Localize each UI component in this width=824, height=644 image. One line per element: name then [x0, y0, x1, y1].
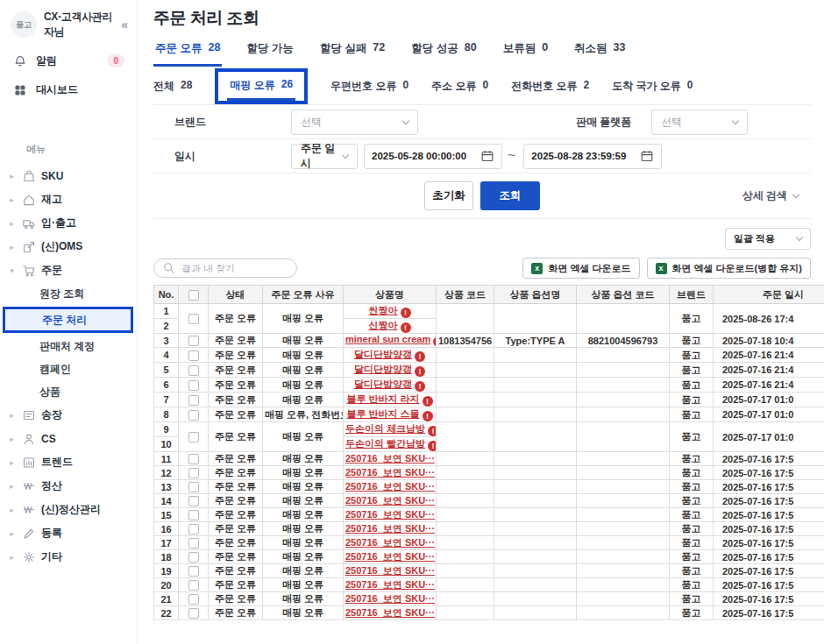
- sidebar-item-stock[interactable]: ▸재고: [0, 188, 137, 211]
- alert-icon[interactable]: !: [401, 308, 411, 318]
- sidebar-subitem-ledger-search[interactable]: 원장 조회: [0, 282, 137, 305]
- tab-held[interactable]: 보류됨0: [501, 41, 550, 64]
- row-checkbox[interactable]: [188, 524, 199, 534]
- tab-order-error[interactable]: 주문 오류28: [153, 41, 222, 67]
- product-link[interactable]: 250716_보연 SKU···: [345, 579, 435, 590]
- tab-assign-fail[interactable]: 할당 실패72: [318, 41, 387, 64]
- sidebar-item-register[interactable]: ▸등록: [0, 521, 137, 545]
- sidebar-item-dashboard[interactable]: 대시보드: [0, 75, 137, 104]
- tab-canceled[interactable]: 취소됨33: [572, 41, 627, 64]
- alert-icon[interactable]: !: [428, 426, 436, 436]
- alert-icon[interactable]: !: [415, 351, 425, 362]
- sidebar-subitem-order-processing[interactable]: 주문 처리: [3, 307, 133, 333]
- excel-download-merge-button[interactable]: x 화면 엑셀 다운로드(병합 유지): [647, 258, 812, 279]
- product-link[interactable]: 250716_보연 SKU···: [345, 607, 435, 618]
- product-link[interactable]: 250716_보연 SKU···: [345, 551, 435, 562]
- subtab-address-error[interactable]: 주소 오류0: [431, 79, 488, 94]
- row-checkbox[interactable]: [188, 314, 199, 324]
- sidebar-item-trend[interactable]: ▸트렌드: [0, 450, 137, 474]
- subtab-country-error[interactable]: 도착 국가 오류0: [612, 79, 693, 94]
- row-checkbox[interactable]: [188, 580, 199, 591]
- order-date-cell: 2025-07-16 17:5: [714, 536, 824, 550]
- sidebar-item-orders[interactable]: ▾주문: [0, 258, 137, 282]
- sidebar-item-invoice[interactable]: ▸송장: [0, 403, 137, 427]
- row-checkbox[interactable]: [188, 395, 199, 406]
- product-link[interactable]: 250716_보연 SKU···: [345, 537, 435, 548]
- row-checkbox[interactable]: [188, 482, 199, 492]
- chevron-right-icon: ▸: [8, 529, 16, 538]
- product-link[interactable]: 250716_보연 SKU···: [345, 495, 435, 506]
- sidebar-item-new-oms[interactable]: ▸(신)OMS: [0, 235, 137, 258]
- sidebar-subitem-campaign[interactable]: 캠페인: [0, 357, 137, 380]
- row-checkbox[interactable]: [188, 410, 199, 421]
- row-checkbox[interactable]: [188, 365, 199, 376]
- alert-icon[interactable]: !: [423, 411, 433, 421]
- excel-download-button[interactable]: x 화면 엑셀 다운로드: [522, 258, 639, 279]
- sidebar-subitem-seller-accounts[interactable]: 판매처 계정: [0, 335, 137, 357]
- sidebar-item-cs[interactable]: ▸CS: [0, 427, 137, 450]
- row-checkbox[interactable]: [188, 538, 199, 548]
- alert-icon[interactable]: !: [415, 381, 425, 392]
- platform-select[interactable]: 선택: [651, 110, 748, 135]
- product-link[interactable]: 씬짱아: [369, 305, 398, 315]
- date-to-input[interactable]: 2025-08-28 23:59:59: [523, 144, 662, 169]
- reset-button[interactable]: 초기화: [424, 181, 473, 210]
- select-all-checkbox[interactable]: [188, 290, 199, 301]
- product-link[interactable]: 250716_보연 SKU···: [345, 565, 435, 576]
- product-link[interactable]: 달디단밤양갱: [354, 364, 412, 374]
- date-from-input[interactable]: 2025-05-28 00:00:00: [364, 144, 502, 169]
- row-checkbox[interactable]: [188, 552, 199, 563]
- sidebar-item-notifications[interactable]: 알림 0: [0, 46, 137, 75]
- alert-icon[interactable]: !: [401, 322, 411, 333]
- advanced-search-toggle[interactable]: 상세 검색: [742, 188, 799, 203]
- product-link[interactable]: 달디단밤양갱: [354, 349, 412, 359]
- sidebar-item-in-out[interactable]: ▸입·출고: [0, 211, 137, 235]
- product-link[interactable]: 250716_보연 SKU···: [345, 523, 435, 534]
- column-header: 상태: [209, 286, 263, 304]
- sidebar-item-sku[interactable]: ▸SKU: [0, 164, 137, 188]
- brand-select[interactable]: 선택: [291, 110, 418, 135]
- row-checkbox[interactable]: [188, 608, 199, 619]
- subtab-mapping-error[interactable]: 매핑 오류26: [227, 78, 295, 101]
- row-checkbox[interactable]: [188, 454, 199, 464]
- product-link[interactable]: 두손이의 빨간남방: [345, 438, 425, 449]
- product-link[interactable]: 250716_보연 SKU···: [345, 481, 435, 492]
- product-link[interactable]: 달디단밤양갱: [354, 379, 412, 389]
- search-input[interactable]: [181, 263, 288, 273]
- product-link[interactable]: 블루 반바지 스몰: [346, 408, 419, 419]
- row-checkbox[interactable]: [188, 432, 199, 442]
- row-checkbox[interactable]: [188, 380, 199, 391]
- sidebar-item-new-settlement[interactable]: ▸(신)정산관리: [0, 498, 137, 521]
- product-link[interactable]: 신짱아: [369, 320, 398, 330]
- row-checkbox[interactable]: [188, 496, 199, 506]
- sidebar-item-settlement[interactable]: ▸정산: [0, 474, 137, 498]
- product-link[interactable]: 250716_보연 SKU···: [345, 467, 435, 478]
- subtab-all[interactable]: 전체28: [153, 79, 192, 94]
- product-link[interactable]: 블루 반바지 라지: [346, 393, 419, 404]
- product-link[interactable]: 250716_보연 SKU···: [345, 509, 435, 520]
- sidebar-subitem-products[interactable]: 상품: [0, 380, 137, 403]
- sidebar-item-etc[interactable]: ▸기타: [0, 545, 137, 569]
- row-checkbox[interactable]: [188, 336, 199, 346]
- tab-assign-success[interactable]: 할당 성공80: [409, 41, 478, 64]
- product-name-cell: 250716_보연 SKU···: [344, 564, 437, 578]
- alert-icon[interactable]: !: [415, 366, 425, 377]
- tab-assignable[interactable]: 할당 가능: [245, 41, 295, 64]
- product-link[interactable]: mineral sun cream: [345, 334, 430, 344]
- subtab-phone-error[interactable]: 전화번호 오류2: [511, 79, 589, 94]
- sidebar-collapse-icon[interactable]: «: [121, 18, 128, 32]
- product-link[interactable]: 두손이의 체크남방: [345, 423, 425, 434]
- product-link[interactable]: 250716_보연 SKU···: [345, 593, 435, 604]
- date-type-select[interactable]: 주문 일시: [291, 144, 358, 169]
- subtab-zipcode-error[interactable]: 우편번호 오류0: [330, 79, 408, 94]
- bulk-apply-select[interactable]: 일괄 적용: [725, 228, 811, 250]
- product-link[interactable]: 250716_보연 SKU···: [345, 453, 435, 464]
- alert-icon[interactable]: !: [423, 396, 433, 407]
- query-button[interactable]: 조회: [480, 181, 540, 210]
- row-checkbox[interactable]: [188, 566, 199, 577]
- alert-icon[interactable]: !: [428, 441, 436, 451]
- row-checkbox[interactable]: [188, 350, 199, 361]
- row-checkbox[interactable]: [188, 468, 199, 478]
- row-checkbox[interactable]: [188, 510, 199, 520]
- row-checkbox[interactable]: [188, 594, 199, 605]
